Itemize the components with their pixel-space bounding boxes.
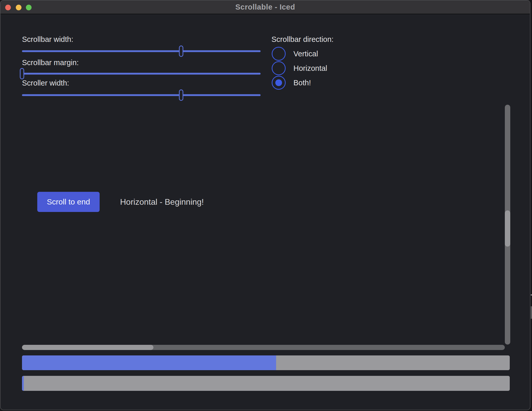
scroll-status-text: Horizontal - Beginning! (120, 192, 204, 212)
radio-icon[interactable] (272, 61, 286, 75)
app-window: Scrollable - Iced Scrollbar width: Scrol… (0, 0, 530, 410)
zoom-button[interactable] (26, 5, 32, 10)
minimize-button[interactable] (16, 5, 21, 10)
window-title: Scrollable - Iced (235, 3, 295, 11)
radio-option-vertical[interactable]: Vertical (272, 47, 318, 61)
radio-label: Horizontal (293, 64, 327, 73)
slider-handle[interactable] (179, 89, 183, 101)
close-button[interactable] (5, 5, 11, 10)
slider-rail (22, 50, 261, 52)
radio-label: Vertical (293, 50, 318, 58)
radio-option-horizontal[interactable]: Horizontal (272, 61, 327, 75)
progress-fill (22, 376, 24, 391)
scrollable-area[interactable] (22, 104, 510, 350)
radio-icon[interactable] (272, 47, 286, 61)
vertical-scrollbar-track[interactable] (505, 105, 510, 345)
radio-dot-icon (275, 79, 282, 86)
scroller-width-label: Scroller width: (22, 79, 69, 87)
scrollbar-margin-slider[interactable] (22, 68, 261, 79)
background-artifact (531, 306, 532, 319)
radio-icon[interactable] (272, 76, 286, 90)
vertical-progress-bar (22, 376, 510, 391)
background-artifact (531, 294, 532, 295)
radio-label: Both! (293, 79, 311, 87)
horizontal-scrollbar-track[interactable] (22, 345, 505, 350)
scroller-width-slider[interactable] (22, 89, 261, 101)
scrollbar-width-label: Scrollbar width: (22, 35, 73, 44)
progress-fill (22, 355, 276, 370)
horizontal-progress-bar (22, 355, 510, 370)
vertical-scrollbar-thumb[interactable] (505, 210, 510, 247)
slider-handle[interactable] (179, 45, 183, 57)
slider-handle[interactable] (20, 68, 24, 79)
scrollbar-direction-label: Scrollbar direction: (271, 35, 334, 44)
scrollbar-width-slider[interactable] (22, 45, 261, 57)
titlebar: Scrollable - Iced (1, 1, 530, 14)
radio-option-both[interactable]: Both! (272, 76, 311, 90)
slider-rail (22, 94, 261, 96)
horizontal-scrollbar-thumb[interactable] (22, 345, 153, 350)
scrollbar-margin-label: Scrollbar margin: (22, 58, 79, 67)
slider-rail (22, 73, 261, 75)
scroll-to-end-button[interactable]: Scroll to end (37, 192, 100, 212)
